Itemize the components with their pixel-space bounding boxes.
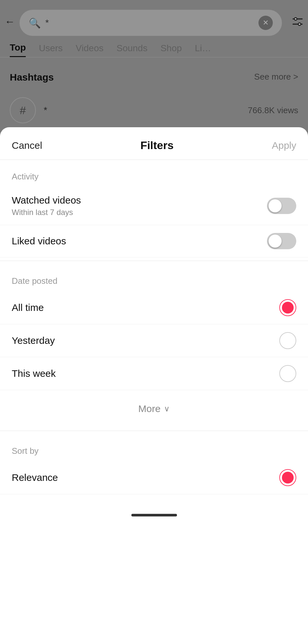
relevance-radio-inner <box>282 472 294 483</box>
cancel-button[interactable]: Cancel <box>12 140 42 151</box>
sheet-header: Cancel Filters Apply <box>0 127 308 160</box>
more-button[interactable]: More ∨ <box>0 390 308 427</box>
liked-videos-label: Liked videos <box>12 236 66 247</box>
section-divider-2 <box>0 431 308 431</box>
yesterday-label: Yesterday <box>12 335 55 346</box>
liked-videos-content: Liked videos <box>12 236 66 247</box>
watched-videos-toggle[interactable] <box>267 198 296 214</box>
all-time-radio[interactable] <box>279 299 296 316</box>
more-chevron-icon: ∨ <box>164 404 170 413</box>
relevance-radio[interactable] <box>279 469 296 486</box>
liked-videos-row: Liked videos <box>0 225 308 257</box>
sheet-content: Activity Watched videos Within last 7 da… <box>0 160 308 644</box>
relevance-row[interactable]: Relevance <box>0 461 308 494</box>
this-week-label: This week <box>12 368 56 379</box>
home-indicator <box>131 514 177 516</box>
date-posted-section-label: Date posted <box>0 264 308 291</box>
relevance-label: Relevance <box>12 472 58 483</box>
watched-videos-row: Watched videos Within last 7 days <box>0 187 308 225</box>
watched-videos-content: Watched videos Within last 7 days <box>12 195 81 217</box>
all-time-row[interactable]: All time <box>0 291 308 324</box>
this-week-radio[interactable] <box>279 365 296 382</box>
this-week-row[interactable]: This week <box>0 357 308 390</box>
sort-by-section-label: Sort by <box>0 434 308 461</box>
apply-button[interactable]: Apply <box>272 140 296 151</box>
yesterday-row[interactable]: Yesterday <box>0 324 308 357</box>
yesterday-radio[interactable] <box>279 332 296 349</box>
liked-videos-toggle-thumb <box>269 235 282 248</box>
watched-videos-label: Watched videos <box>12 195 81 206</box>
sheet-title: Filters <box>140 139 174 152</box>
all-time-radio-inner <box>282 302 294 314</box>
all-time-label: All time <box>12 302 44 313</box>
watched-videos-sublabel: Within last 7 days <box>12 208 81 217</box>
more-label: More <box>138 403 160 414</box>
filter-sheet: Cancel Filters Apply Activity Watched vi… <box>0 127 308 644</box>
watched-videos-toggle-thumb <box>269 199 282 212</box>
liked-videos-toggle[interactable] <box>267 233 296 249</box>
section-divider-1 <box>0 261 308 261</box>
activity-section-label: Activity <box>0 160 308 187</box>
